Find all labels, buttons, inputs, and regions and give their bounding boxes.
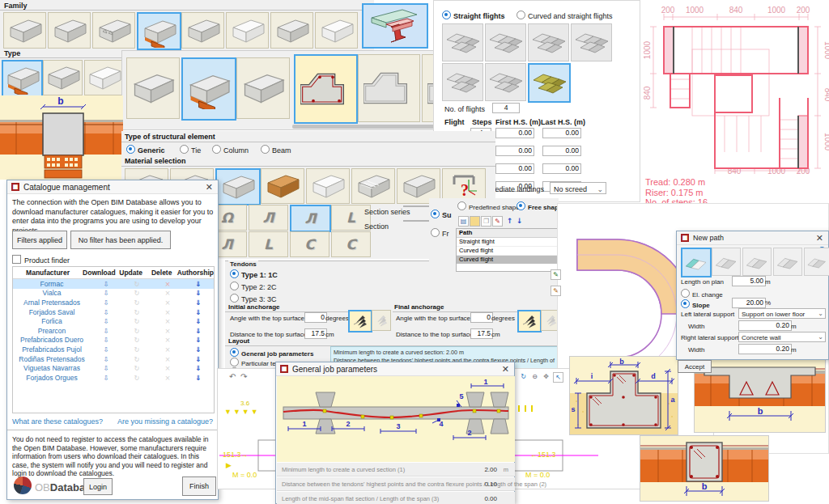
manufacturer-row-selected[interactable]: Formac⇩↻×⇓ <box>13 279 214 289</box>
path-type-thumbnail-selected[interactable] <box>681 248 712 277</box>
shape-thumbnail-selected[interactable]: Л <box>290 205 331 232</box>
curved-flights-radio[interactable] <box>517 11 525 19</box>
close-icon[interactable]: ✕ <box>816 233 823 244</box>
new-item-icon[interactable]: ▤ <box>458 216 469 227</box>
flight-layout-thumbnail[interactable] <box>528 23 569 61</box>
authorship-icon[interactable]: ⇓ <box>183 308 214 316</box>
accept-button[interactable]: Accept <box>678 360 712 373</box>
section-thumbnail[interactable] <box>358 54 420 122</box>
variant-thumbnail[interactable] <box>126 57 180 119</box>
refresh-icon[interactable]: ↻ <box>519 372 528 381</box>
family-thumbnail[interactable] <box>270 12 313 49</box>
first-hs-field[interactable]: 0.00 <box>495 163 534 174</box>
authorship-icon[interactable]: ⇓ <box>183 299 214 307</box>
particular-radio[interactable] <box>230 358 239 366</box>
material-thumbnail[interactable] <box>306 168 350 204</box>
section-thumbnail-selected[interactable] <box>294 54 358 124</box>
gjp-radio[interactable] <box>230 348 239 357</box>
manufacturer-row[interactable]: Forjados Saval⇩↻×⇓ <box>13 307 214 317</box>
shape-thumbnail[interactable]: L <box>249 231 288 257</box>
path-list-item[interactable]: Straight flight <box>457 238 558 247</box>
download-icon[interactable]: ⇩ <box>91 327 121 335</box>
close-icon[interactable]: ✕ <box>206 182 213 193</box>
open-folder-icon[interactable] <box>470 216 480 227</box>
flight-layout-thumbnail[interactable] <box>485 23 526 61</box>
type3-radio[interactable] <box>230 294 239 303</box>
flight-layout-thumbnail-selected[interactable] <box>528 63 571 103</box>
download-icon[interactable]: ⇩ <box>91 308 121 316</box>
family-thumbnail-selected[interactable] <box>137 12 181 50</box>
download-icon[interactable]: ⇩ <box>91 317 121 325</box>
left-lateral-support-dropdown[interactable]: Support on lower floor ⌄ <box>738 308 826 319</box>
angle-field-final[interactable]: 0 <box>470 312 493 323</box>
free-shape-radio[interactable] <box>517 201 525 210</box>
download-icon[interactable]: ⇩ <box>91 345 121 354</box>
flight-layout-thumbnail[interactable] <box>485 63 526 101</box>
authorship-icon[interactable]: ⇓ <box>183 336 214 344</box>
manufacturer-row[interactable]: Prearcon⇩↻×⇓ <box>13 326 214 336</box>
download-icon[interactable]: ⇩ <box>91 374 121 382</box>
family-thumbnail[interactable] <box>48 12 91 49</box>
screed-dropdown[interactable]: No screed ⌄ <box>550 182 606 194</box>
manufacturer-row[interactable]: Prefabricados Pujol⇩↻×⇓ <box>13 345 214 354</box>
manufacturer-row[interactable]: Forlica⇩↻×⇓ <box>13 316 214 326</box>
distance-field[interactable]: 17.5 <box>304 328 327 339</box>
authorship-icon[interactable]: ⇓ <box>183 374 214 382</box>
path-type-thumbnail[interactable] <box>804 248 829 276</box>
path-list-item[interactable]: Curved flight <box>457 247 558 256</box>
product-finder-checkbox[interactable] <box>12 255 21 264</box>
authorship-icon[interactable]: ⇓ <box>183 327 214 335</box>
straight-flights-radio[interactable] <box>442 11 451 19</box>
edit-icon[interactable]: ✎ <box>551 286 561 296</box>
manufacturer-row[interactable]: Arnal Pretensados⇩↻×⇓ <box>13 298 214 307</box>
manufacturer-row[interactable]: Viguetas Navarras⇩↻×⇓ <box>13 363 214 373</box>
family-thumbnail[interactable] <box>3 12 46 49</box>
distance-field-final[interactable]: 17.5 <box>470 328 493 339</box>
flight-layout-thumbnail[interactable] <box>442 23 483 61</box>
delete-pencil-icon[interactable]: ✎ <box>492 216 503 227</box>
zoom-out-icon[interactable]: ⊖ <box>530 372 539 381</box>
download-icon[interactable]: ⇩ <box>91 280 121 288</box>
finish-button[interactable]: Finish <box>182 476 216 496</box>
anchor-thumbnail[interactable] <box>372 310 391 331</box>
variant-thumbnail[interactable] <box>236 57 290 119</box>
authorship-icon[interactable]: ⇓ <box>183 364 214 372</box>
type-thumbnail-selected[interactable] <box>2 60 43 97</box>
edit-icon[interactable]: ✎ <box>551 269 561 280</box>
slope-field[interactable]: 20.00 <box>732 298 766 308</box>
redo-icon[interactable]: ↷ <box>240 372 247 381</box>
path-type-thumbnail[interactable] <box>742 248 772 276</box>
missing-catalogue-link[interactable]: Are you missing a catalogue? <box>117 417 213 426</box>
su-radio[interactable] <box>431 210 440 218</box>
download-icon[interactable]: ⇩ <box>91 364 121 372</box>
first-hs-field[interactable]: 0.00 <box>495 146 534 156</box>
download-icon[interactable]: ⇩ <box>91 336 121 344</box>
material-thumbnail-wood[interactable] <box>261 168 304 204</box>
first-hs-field[interactable]: 0.00 <box>495 128 534 138</box>
length-on-plan-field[interactable]: 5.00 <box>732 276 766 286</box>
el-change-radio[interactable] <box>681 289 690 298</box>
predefined-shape-radio[interactable] <box>457 201 466 210</box>
filter-status-button[interactable]: No filter has been applied. <box>70 231 171 249</box>
last-hs-field[interactable]: 0.00 <box>542 128 581 138</box>
shape-thumbnail[interactable]: C <box>331 231 371 257</box>
family-thumbnail[interactable] <box>92 12 135 49</box>
undo-icon[interactable]: ↶ <box>229 372 236 381</box>
horizontal-scrollbar[interactable] <box>292 125 435 129</box>
type-thumbnail[interactable] <box>43 60 83 95</box>
type1-radio[interactable] <box>230 269 239 278</box>
shape-thumbnail[interactable]: Л <box>249 205 288 231</box>
generic-radio[interactable] <box>126 145 135 154</box>
manufacturer-row[interactable]: Forjados Orgues⇩↻×⇓ <box>13 373 214 383</box>
width-field[interactable]: 0.20 <box>738 320 792 331</box>
path-type-thumbnail[interactable] <box>773 248 802 276</box>
angle-field[interactable]: 0 <box>304 312 327 323</box>
family-thumbnail[interactable] <box>226 12 269 49</box>
anchor-thumbnail-selected[interactable] <box>348 310 372 332</box>
variant-thumbnail-selected[interactable] <box>181 57 236 121</box>
copy-icon[interactable]: ❐ <box>481 216 491 227</box>
full-view-icon[interactable]: ↖ <box>553 372 563 383</box>
width2-field[interactable]: 0.20 <box>738 344 792 354</box>
composite-beam-icon[interactable] <box>362 3 428 49</box>
flight-layout-thumbnail[interactable] <box>442 63 483 101</box>
